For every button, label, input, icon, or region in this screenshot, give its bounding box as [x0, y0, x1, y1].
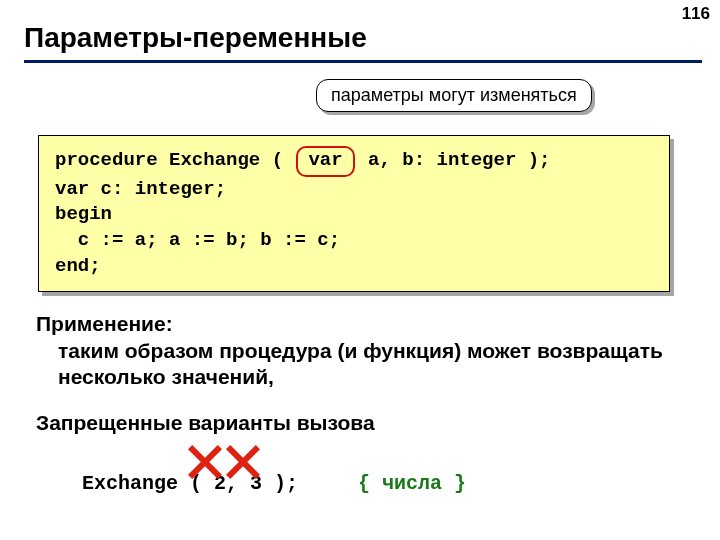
- code-line-5: end;: [55, 254, 653, 280]
- callout-box: параметры могут изменяться: [316, 79, 592, 112]
- usage-body: таким образом процедура (и функция) може…: [58, 338, 690, 391]
- code-line-1a: procedure Exchange (: [55, 149, 294, 171]
- code-block: procedure Exchange ( var a, b: integer )…: [38, 135, 670, 292]
- forbidden-heading: Запрещенные варианты вызова: [36, 411, 720, 435]
- forbidden-comment-1: { числа }: [358, 472, 466, 495]
- var-keyword-chip: var: [296, 146, 354, 177]
- code-line-3: begin: [55, 202, 653, 228]
- forbidden-call-1: Exchange ( 2, 3 );: [82, 472, 358, 495]
- title-underline: [24, 60, 702, 63]
- forbidden-example-1: Exchange ( 2, 3 ); { числа }: [58, 449, 720, 540]
- code-line-1b: a, b: integer );: [357, 149, 551, 171]
- page-title: Параметры-переменные: [0, 0, 720, 60]
- code-line-4: c := a; a := b; b := c;: [55, 228, 653, 254]
- usage-heading: Применение:: [36, 312, 720, 336]
- code-line-2: var c: integer;: [55, 177, 653, 203]
- callout-container: параметры могут изменяться: [0, 79, 720, 127]
- page-number: 116: [682, 4, 710, 24]
